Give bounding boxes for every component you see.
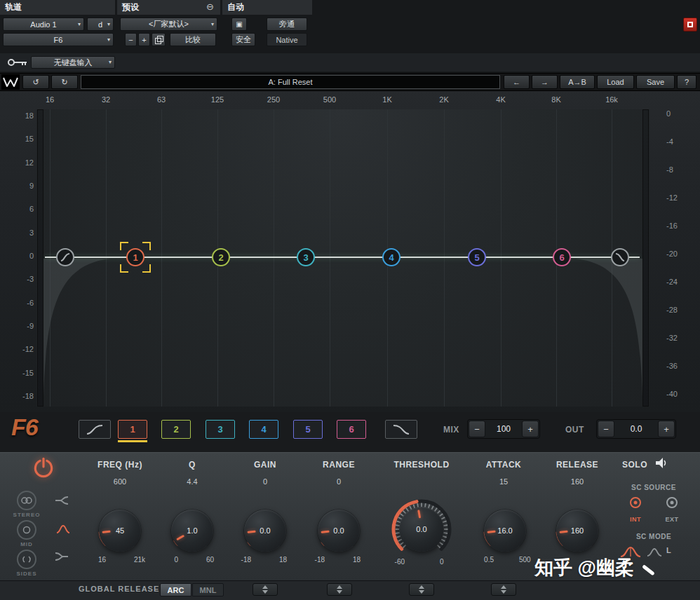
knob-min-label: 0.5 xyxy=(466,556,494,564)
gain-knob[interactable]: 0.0 xyxy=(241,506,290,555)
keyboard-input-select[interactable]: 无键盘输入▾ xyxy=(31,56,115,69)
mnl-button[interactable]: MNL xyxy=(192,583,224,596)
db-label-right: -36 xyxy=(666,362,678,370)
lowpass-node[interactable] xyxy=(611,248,629,266)
sc-mode-label: SC MODE xyxy=(636,533,671,540)
preset-next-button[interactable]: + xyxy=(138,33,150,46)
band-node-2[interactable]: 2 xyxy=(212,248,230,266)
compare-button[interactable]: 比较 xyxy=(170,33,216,46)
mix-value[interactable]: 100 xyxy=(486,424,521,434)
bypass-button[interactable]: 旁通 xyxy=(267,18,307,31)
load-button[interactable]: Load xyxy=(597,75,634,89)
band-node-5[interactable]: 5 xyxy=(468,248,486,266)
out-increment-button[interactable]: + xyxy=(658,421,675,437)
out-value[interactable]: 0.0 xyxy=(615,424,657,434)
int-source-icon[interactable] xyxy=(629,496,642,509)
band-node-4[interactable]: 4 xyxy=(382,248,401,266)
band-button-2[interactable]: 2 xyxy=(161,420,191,439)
d-button[interactable]: d▾ xyxy=(87,18,114,31)
attack-nudge-spinner[interactable] xyxy=(491,583,516,596)
range-readout: 0 xyxy=(337,477,341,486)
freq-knob[interactable]: 45 xyxy=(95,506,144,555)
sc-mode-l-label[interactable]: L xyxy=(666,546,671,554)
range-knob[interactable]: 0.0 xyxy=(314,506,363,555)
stereo-button[interactable] xyxy=(17,491,36,510)
help-button[interactable]: ? xyxy=(677,75,696,89)
mix-decrement-button[interactable]: − xyxy=(469,421,485,437)
release-label: RELEASE xyxy=(556,460,598,470)
knob-value: 0.0 xyxy=(241,506,290,555)
automation-read-button[interactable]: ▣ xyxy=(231,18,247,31)
knob-min-label: 16 xyxy=(81,556,106,564)
preset-display-field[interactable]: A: Full Reset xyxy=(81,75,500,89)
threshold-nudge-spinner[interactable] xyxy=(409,583,434,596)
highpass-node[interactable] xyxy=(56,248,74,266)
speaker-icon[interactable] xyxy=(655,458,669,469)
mix-increment-button[interactable]: + xyxy=(522,421,539,437)
chevron-down-icon: ▾ xyxy=(107,37,110,43)
watermark: 知乎 @幽柔 xyxy=(534,555,654,580)
q-label: Q xyxy=(189,460,196,470)
freq-axis-label: 32 xyxy=(102,95,110,104)
attack-knob[interactable]: 16.0 xyxy=(480,506,530,555)
preset-copy-button[interactable] xyxy=(152,33,166,46)
auto-section-header: 自动 xyxy=(222,0,312,15)
lowpass-button[interactable] xyxy=(385,420,417,439)
band-button-5[interactable]: 5 xyxy=(293,420,323,439)
q-knob[interactable]: 1.0 xyxy=(168,506,217,555)
band-selection-brackets xyxy=(120,242,151,273)
band-button-4[interactable]: 4 xyxy=(249,420,278,439)
gridline xyxy=(501,109,502,407)
preset-back-button[interactable]: ← xyxy=(504,75,530,89)
ab-compare-button[interactable]: A→B xyxy=(560,75,595,89)
gain-nudge-spinner[interactable] xyxy=(253,583,278,596)
native-mode-button[interactable]: Native xyxy=(267,33,307,46)
db-label-right: -40 xyxy=(666,390,678,398)
preset-forward-button[interactable]: → xyxy=(532,75,558,89)
mid-button[interactable] xyxy=(17,520,36,540)
bell-band-icon[interactable] xyxy=(56,524,70,534)
safe-button[interactable]: 安全 xyxy=(231,33,255,46)
split-routing-icon[interactable] xyxy=(55,495,69,506)
stereo-label: STEREO xyxy=(13,512,41,518)
band-button-6[interactable]: 6 xyxy=(337,420,366,439)
preset-select[interactable]: <厂家默认>▾ xyxy=(120,18,217,31)
undo-button[interactable]: ↺ xyxy=(22,75,49,89)
threshold-label: THRESHOLD xyxy=(393,460,449,470)
band-node-3[interactable]: 3 xyxy=(297,248,315,266)
db-label-left: -18 xyxy=(15,392,34,400)
range-nudge-spinner[interactable] xyxy=(327,583,352,596)
db-label-left: -12 xyxy=(15,345,34,353)
redo-button[interactable]: ↻ xyxy=(51,75,78,89)
out-decrement-button[interactable]: − xyxy=(598,421,614,437)
plugin-select[interactable]: F6▾ xyxy=(3,33,114,46)
knob-value: 1.0 xyxy=(168,506,217,555)
lowpass-icon xyxy=(614,252,626,263)
knob-value: 45 xyxy=(95,506,144,555)
preset-menu-icon[interactable]: ⊖ xyxy=(206,1,214,12)
band-button-3[interactable]: 3 xyxy=(206,420,235,439)
band-node-6[interactable]: 6 xyxy=(553,248,571,266)
merge-routing-icon[interactable] xyxy=(55,551,69,562)
release-knob[interactable]: 160 xyxy=(553,506,602,555)
band-button-1[interactable]: 1 xyxy=(118,420,147,439)
up-arrow-icon xyxy=(262,585,268,589)
channel-select[interactable]: Audio 1▾ xyxy=(3,18,84,31)
out-label: OUT xyxy=(565,425,584,435)
highpass-button[interactable] xyxy=(79,420,111,439)
threshold-knob[interactable]: 0.0 xyxy=(386,494,457,564)
up-arrow-icon xyxy=(501,585,506,589)
db-label-right: -28 xyxy=(666,306,678,314)
preset-prev-button[interactable]: − xyxy=(125,33,137,46)
freq-readout: 600 xyxy=(114,477,126,486)
sides-button[interactable] xyxy=(17,550,36,569)
ext-source-icon[interactable] xyxy=(666,496,678,509)
solo-label: SOLO xyxy=(622,460,647,470)
save-button[interactable]: Save xyxy=(636,75,675,89)
arc-button[interactable]: ARC xyxy=(160,583,191,596)
db-label-left: 3 xyxy=(15,229,34,237)
sc-source-label: SC SOURCE xyxy=(631,484,676,491)
activate-button[interactable] xyxy=(683,18,697,32)
power-button[interactable] xyxy=(31,456,56,481)
track-section-header: 轨道 xyxy=(0,0,115,15)
